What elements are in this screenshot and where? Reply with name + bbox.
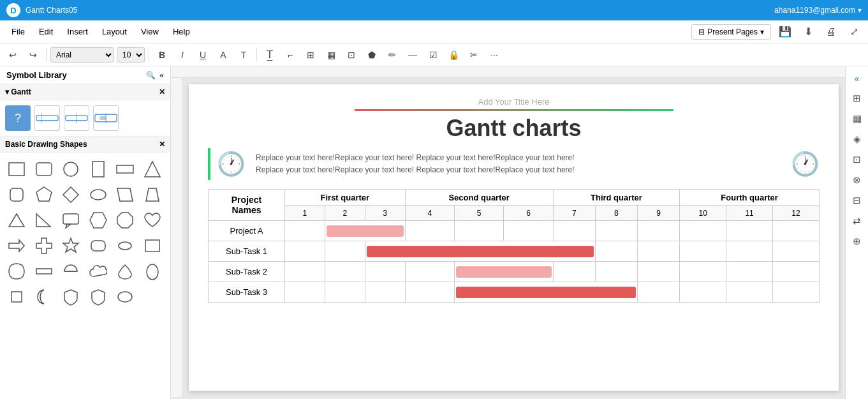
pen-button[interactable]: ✏ bbox=[383, 46, 401, 64]
cut-button[interactable]: ✂ bbox=[465, 46, 483, 64]
gantt-section-close[interactable]: ✕ bbox=[159, 87, 165, 96]
basic-shapes-section-close[interactable]: ✕ bbox=[159, 140, 165, 149]
gantt-section-header[interactable]: ▾ Gantt ✕ bbox=[0, 84, 170, 100]
canvas[interactable]: Add Your Title Here Gantt charts 🕐 Repla… bbox=[189, 84, 839, 391]
font-color-button[interactable]: A bbox=[214, 46, 232, 64]
text-format-button[interactable]: T bbox=[235, 46, 253, 64]
user-account[interactable]: ahana1193@gmail.com ▾ bbox=[774, 6, 862, 15]
shape-right-triangle[interactable] bbox=[33, 209, 55, 232]
shape-shield2[interactable] bbox=[87, 285, 110, 308]
shape-triangle-up[interactable] bbox=[5, 209, 28, 232]
image-button[interactable]: ⊡ bbox=[342, 46, 360, 64]
shape-cloud[interactable] bbox=[87, 260, 110, 283]
right-components-button[interactable]: ⊡ bbox=[848, 151, 866, 169]
menu-view[interactable]: View bbox=[135, 24, 165, 39]
shape-parallelogram[interactable] bbox=[114, 183, 136, 206]
shape-pillow[interactable] bbox=[5, 260, 28, 283]
chart-main-title[interactable]: Gantt charts bbox=[208, 115, 820, 142]
share-button[interactable]: ⤢ bbox=[845, 23, 863, 41]
menu-layout[interactable]: Layout bbox=[96, 24, 133, 39]
search-icon[interactable]: 🔍 bbox=[146, 71, 156, 80]
shape-egg[interactable] bbox=[141, 260, 164, 283]
menu-help[interactable]: Help bbox=[166, 24, 196, 39]
bold-button[interactable]: B bbox=[153, 46, 171, 64]
shape-heart[interactable] bbox=[141, 209, 164, 232]
more-button[interactable]: ··· bbox=[485, 46, 503, 64]
shape-oval-flat[interactable] bbox=[114, 285, 136, 308]
shape-small-square[interactable] bbox=[5, 285, 28, 308]
menu-file[interactable]: File bbox=[5, 24, 31, 39]
lock-button[interactable]: 🔒 bbox=[445, 46, 462, 64]
shape-crescent[interactable] bbox=[33, 285, 55, 308]
menu-items: File Edit Insert Layout View Help bbox=[5, 24, 196, 39]
right-add-button[interactable]: ⊕ bbox=[848, 232, 866, 250]
svg-marker-19 bbox=[9, 214, 24, 227]
grid-button[interactable]: ▦ bbox=[322, 46, 340, 64]
font-family-select[interactable]: Arial bbox=[50, 47, 114, 63]
shape-rounded-square[interactable] bbox=[5, 183, 28, 206]
shape-callout[interactable] bbox=[59, 209, 82, 232]
gantt-shape-question[interactable]: ? bbox=[5, 105, 31, 131]
save-button[interactable]: 💾 bbox=[776, 23, 794, 41]
redo-button[interactable]: ↪ bbox=[24, 46, 42, 64]
svg-marker-12 bbox=[145, 162, 160, 177]
toolbar: ↩ ↪ Arial 10 B I U A T T̲ ⌐ ⊞ ▦ ⊡ ⬟ ✏ — … bbox=[0, 43, 868, 66]
shape-trapezoid[interactable] bbox=[141, 183, 164, 206]
shape-cross[interactable] bbox=[33, 234, 55, 257]
canvas-container[interactable]: /* ruler */ Add Your Title Here Gantt ch… bbox=[171, 66, 845, 399]
shape-pentagon[interactable] bbox=[33, 183, 55, 206]
menu-edit[interactable]: Edit bbox=[33, 24, 59, 39]
shape-button[interactable]: ⬟ bbox=[363, 46, 381, 64]
right-link-button[interactable]: ⇄ bbox=[848, 212, 866, 230]
table-button[interactable]: ⊞ bbox=[302, 46, 320, 64]
shape-rect-tall[interactable] bbox=[87, 158, 110, 181]
text-box-button[interactable]: T̲ bbox=[261, 46, 279, 64]
shape-shield1[interactable] bbox=[59, 285, 82, 308]
shape-small-rect[interactable] bbox=[33, 260, 55, 283]
q1-header: First quarter bbox=[285, 190, 406, 206]
month-3: 3 bbox=[365, 206, 405, 221]
menu-insert[interactable]: Insert bbox=[61, 24, 94, 39]
shape-star[interactable] bbox=[59, 234, 82, 257]
shape-rect-outline[interactable] bbox=[141, 234, 164, 257]
connector-button[interactable]: ⌐ bbox=[281, 46, 299, 64]
shape-circle[interactable] bbox=[59, 158, 82, 181]
shape-rectangle[interactable] bbox=[5, 158, 28, 181]
present-pages-button[interactable]: ⊟ Present Pages ▾ bbox=[691, 24, 771, 40]
svg-point-29 bbox=[119, 242, 131, 250]
undo-button[interactable]: ↩ bbox=[4, 46, 22, 64]
shape-rounded-rect[interactable] bbox=[33, 158, 55, 181]
right-layers-button[interactable]: ◈ bbox=[848, 130, 866, 148]
download-button[interactable]: ⬇ bbox=[799, 23, 817, 41]
checkbox-button[interactable]: ☑ bbox=[424, 46, 442, 64]
shape-triangle-right[interactable] bbox=[141, 158, 164, 181]
gantt-shape-3[interactable] bbox=[93, 105, 119, 131]
italic-button[interactable]: I bbox=[173, 46, 191, 64]
shape-ellipse[interactable] bbox=[87, 183, 110, 206]
right-collapse-button[interactable]: « bbox=[848, 69, 866, 87]
cell-a-9 bbox=[638, 221, 680, 241]
shape-cloud-rect[interactable] bbox=[87, 234, 110, 257]
print-button[interactable]: 🖨 bbox=[822, 23, 840, 41]
add-title-placeholder[interactable]: Add Your Title Here bbox=[208, 97, 820, 107]
right-pages-button[interactable]: ⊞ bbox=[848, 89, 866, 107]
right-template-button[interactable]: ⊟ bbox=[848, 192, 866, 209]
gantt-shape-1[interactable] bbox=[34, 105, 60, 131]
collapse-sidebar-icon[interactable]: « bbox=[159, 71, 164, 80]
right-data-button[interactable]: ⊗ bbox=[848, 171, 866, 189]
shape-drop[interactable] bbox=[114, 260, 136, 283]
gantt-shape-2[interactable] bbox=[64, 105, 89, 131]
shape-hexagon[interactable] bbox=[87, 209, 110, 232]
shape-half-circle[interactable] bbox=[59, 260, 82, 283]
cell-s2-10 bbox=[680, 262, 726, 282]
shape-lens[interactable] bbox=[114, 234, 136, 257]
basic-shapes-section-header[interactable]: Basic Drawing Shapes ✕ bbox=[0, 137, 170, 153]
shape-wide-rect[interactable] bbox=[114, 158, 136, 181]
shape-octagon[interactable] bbox=[114, 209, 136, 232]
shape-arrow-right[interactable] bbox=[5, 234, 28, 257]
shape-diamond[interactable] bbox=[59, 183, 82, 206]
underline-button[interactable]: U bbox=[194, 46, 212, 64]
font-size-select[interactable]: 10 bbox=[117, 47, 145, 63]
line-button[interactable]: — bbox=[404, 46, 422, 64]
right-grid-button[interactable]: ▦ bbox=[848, 110, 866, 128]
